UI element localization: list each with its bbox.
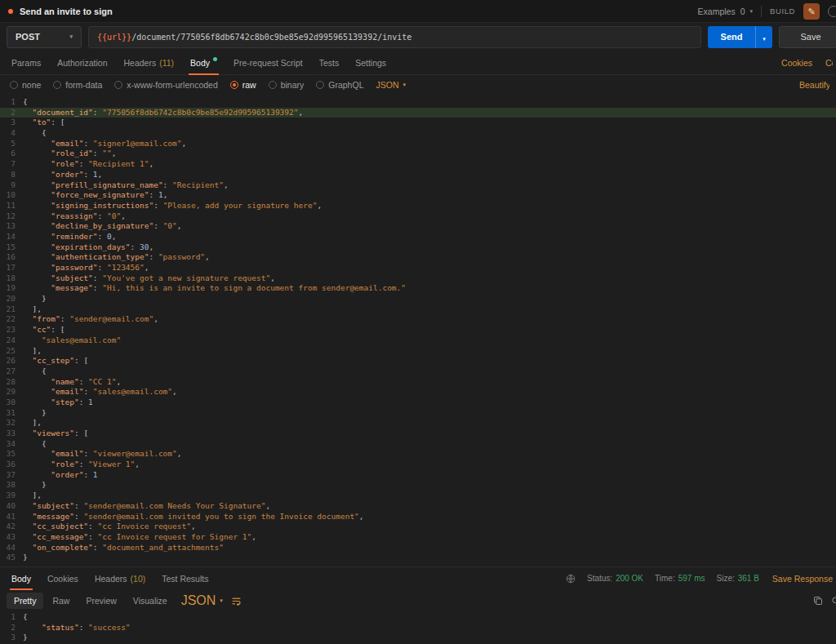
cookies-link[interactable]: Cookies <box>781 58 812 68</box>
beautify-link[interactable]: Beautify <box>799 80 829 90</box>
code-line[interactable]: 4 { <box>0 128 836 139</box>
tab-pre-request-script[interactable]: Pre-request Script <box>225 51 311 74</box>
code-line[interactable]: 29 "email": "sales@email.com", <box>0 387 836 398</box>
code-line[interactable]: 42 "cc_subject": "cc Invoice request", <box>0 522 836 532</box>
url-builder-row: POST ▾ {{url}}/document/775056f8db6742c8… <box>0 23 836 51</box>
raw-language-select[interactable]: JSON ▾ <box>376 80 406 90</box>
radio-none[interactable]: none <box>10 80 41 90</box>
code-line[interactable]: 21 ], <box>0 304 836 315</box>
chevron-down-icon: ▾ <box>750 8 754 15</box>
view-pretty[interactable]: Pretty <box>7 593 43 609</box>
code-line[interactable]: 33 "viewers": [ <box>0 429 836 439</box>
code-line[interactable]: 2 "document_id": "775056f8db6742c8b0c9be… <box>0 108 836 118</box>
status-value: 200 OK <box>616 574 643 583</box>
response-tab-test-results[interactable]: Test Results <box>153 567 216 589</box>
code-line[interactable]: 31 } <box>0 408 836 419</box>
save-button[interactable]: Save <box>779 26 836 48</box>
code-line[interactable]: 8 "order": 1, <box>0 170 836 180</box>
code-line[interactable]: 37 "order": 1 <box>0 470 836 481</box>
code-line[interactable]: 43 "cc_message": "cc Invoice request for… <box>0 532 836 543</box>
code-line[interactable]: 40 "subject": "sender@email.com Needs Yo… <box>0 501 836 512</box>
examples-dropdown[interactable]: Examples 0 ▾ <box>698 7 753 16</box>
code-line[interactable]: 13 "decline_by_signature": "0", <box>0 221 836 232</box>
response-language-select[interactable]: JSON ▾ <box>181 593 223 608</box>
code-line[interactable]: 16 "authentication_type": "password", <box>0 252 836 263</box>
code-line[interactable]: 23 "cc": [ <box>0 325 836 335</box>
response-language-label: JSON <box>181 593 216 608</box>
code-line[interactable]: 28 "name": "CC 1", <box>0 377 836 388</box>
tab-params[interactable]: Params <box>3 51 49 74</box>
code-line[interactable]: 36 "role": "Viewer 1", <box>0 460 836 470</box>
copy-icon[interactable] <box>813 596 823 606</box>
radio-binary[interactable]: binary <box>269 80 305 90</box>
code-line[interactable]: 9 "prefill_signature_name": "Recipient", <box>0 180 836 191</box>
code-line[interactable]: 1{ <box>0 97 836 108</box>
code-line[interactable]: 32 ], <box>0 418 836 429</box>
send-options-button[interactable]: ▾ <box>755 26 772 48</box>
search-icon[interactable] <box>831 596 836 606</box>
line-number: 7 <box>0 159 23 170</box>
save-response-button[interactable]: Save Response <box>772 574 833 584</box>
code-line[interactable]: 41 "message": "sender@email.com invited … <box>0 512 836 522</box>
code-line[interactable]: 10 "force_new_signature": 1, <box>0 190 836 201</box>
code-line[interactable]: 12 "reassign": "0", <box>0 211 836 222</box>
code-line[interactable]: 25 ], <box>0 346 836 357</box>
globe-icon[interactable] <box>566 574 576 584</box>
code-line[interactable]: 6 "role_id": "", <box>0 149 836 159</box>
code-line[interactable]: 11 "signing_instructions": "Please, add … <box>0 201 836 211</box>
code-line[interactable]: 22 "from": "sender@email.com", <box>0 314 836 325</box>
view-preview[interactable]: Preview <box>78 593 123 609</box>
code-line[interactable]: 34 { <box>0 439 836 450</box>
code-line[interactable]: 19 "message": "Hi, this is an invite to … <box>0 283 836 294</box>
radio-form-data[interactable]: form-data <box>53 80 102 90</box>
tab-settings-label: Settings <box>355 58 386 68</box>
code-line[interactable]: 3 "to": [ <box>0 118 836 128</box>
tab-headers[interactable]: Headers (11) <box>115 51 182 74</box>
wrap-text-icon[interactable] <box>231 596 242 606</box>
chevron-down-icon: ▾ <box>220 597 223 604</box>
code-line[interactable]: 44 "on_complete": "document_and_attachme… <box>0 543 836 553</box>
radio-graphql[interactable]: GraphQL <box>316 80 363 90</box>
edit-request-button[interactable]: ✎ <box>803 3 820 20</box>
line-number: 34 <box>0 439 23 450</box>
send-button[interactable]: Send <box>708 26 755 48</box>
tab-body[interactable]: Body <box>182 51 225 74</box>
line-number: 6 <box>0 149 23 159</box>
code-line[interactable]: 27 { <box>0 366 836 377</box>
tab-settings[interactable]: Settings <box>347 51 394 74</box>
code-line[interactable]: 26 "cc_step": [ <box>0 356 836 366</box>
response-tab-cookies[interactable]: Cookies <box>39 567 87 589</box>
code-line[interactable]: 24 "sales@email.com" <box>0 335 836 346</box>
code-line[interactable]: 39 ], <box>0 491 836 501</box>
tab-headers-label: Headers <box>123 58 156 68</box>
code-line[interactable]: 20 } <box>0 294 836 304</box>
url-path: /document/775056f8db6742c8b0c9be85e92d99… <box>131 33 411 42</box>
method-select[interactable]: POST ▾ <box>7 26 82 48</box>
view-visualize[interactable]: Visualize <box>126 593 175 609</box>
code-line[interactable]: 17 "password": "123456", <box>0 263 836 273</box>
line-number: 13 <box>0 221 23 232</box>
radio-x-www-form-urlencoded[interactable]: x-www-form-urlencoded <box>114 80 217 90</box>
account-icon-partial[interactable] <box>828 6 836 17</box>
tab-tests[interactable]: Tests <box>311 51 348 74</box>
code-line[interactable]: 15 "expiration_days": 30, <box>0 242 836 253</box>
request-body-editor[interactable]: 1{2 "document_id": "775056f8db6742c8b0c9… <box>0 95 836 566</box>
code-line[interactable]: 30 "step": 1 <box>0 398 836 408</box>
code-line[interactable]: 14 "reminder": 0, <box>0 232 836 242</box>
tab-authorization[interactable]: Authorization <box>49 51 115 74</box>
code-line[interactable]: 5 "email": "signer1@email.com", <box>0 139 836 149</box>
time-label: Time: <box>655 574 675 583</box>
response-tab-headers[interactable]: Headers (10) <box>87 567 153 589</box>
code-line[interactable]: 18 "subject": "You've got a new signatur… <box>0 273 836 284</box>
url-input[interactable]: {{url}}/document/775056f8db6742c8b0c9be8… <box>88 26 701 48</box>
radio-form-data-label: form-data <box>65 80 102 90</box>
code-link[interactable]: Code <box>825 58 833 68</box>
response-tab-body-label: Body <box>11 574 31 584</box>
code-line[interactable]: 7 "role": "Recipient 1", <box>0 159 836 170</box>
response-tab-body[interactable]: Body <box>3 567 39 589</box>
code-line[interactable]: 45} <box>0 553 836 563</box>
code-line[interactable]: 38 } <box>0 480 836 491</box>
view-raw[interactable]: Raw <box>45 593 77 609</box>
code-line[interactable]: 35 "email": "viewer@email.com", <box>0 449 836 460</box>
radio-raw[interactable]: raw <box>230 80 256 90</box>
